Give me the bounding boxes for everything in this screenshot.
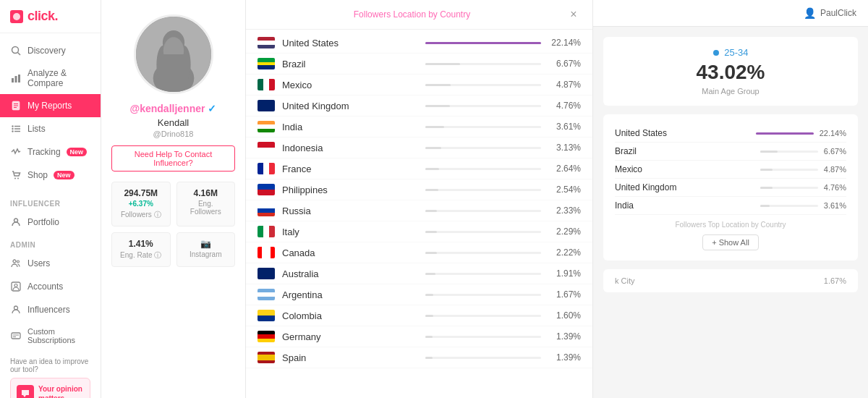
- shop-label: Shop: [27, 170, 48, 180]
- age-pct: 43.02%: [615, 61, 846, 84]
- sidebar-item-lists[interactable]: Lists: [0, 117, 101, 140]
- account-icon: [10, 281, 22, 292]
- country-pct: 2.22%: [548, 247, 581, 258]
- country-pct: 1.67%: [548, 289, 581, 300]
- verified-icon: ✓: [208, 103, 216, 114]
- country-row: Argentina 1.67%: [246, 284, 592, 305]
- country-row: Australia 1.91%: [246, 263, 592, 284]
- user-name: PaulClick: [820, 8, 856, 18]
- location-pct: 4.76%: [824, 183, 846, 192]
- country-pct: 1.91%: [548, 268, 581, 279]
- modal-close-button[interactable]: ×: [566, 7, 581, 22]
- country-bar: [425, 189, 438, 191]
- top-bar: 👤 PaulClick: [593, 0, 868, 27]
- svg-point-15: [12, 130, 13, 132]
- svg-point-16: [14, 178, 16, 179]
- sidebar-item-shop[interactable]: Shop New: [0, 164, 101, 187]
- sidebar-item-users[interactable]: Users: [0, 252, 101, 275]
- country-pct: 2.29%: [548, 226, 581, 237]
- shop-icon: [10, 169, 22, 181]
- show-all-button[interactable]: + Show All: [702, 234, 759, 250]
- country-flag: [258, 58, 275, 69]
- admin-section-label: ADMIN: [0, 234, 101, 252]
- country-bar-wrap: [425, 168, 541, 170]
- sidebar-item-analyze[interactable]: Analyze & Compare: [0, 62, 101, 94]
- sidebar-item-influencers[interactable]: Influencers: [0, 298, 101, 321]
- country-name: France: [282, 164, 418, 174]
- country-flag: [258, 142, 275, 153]
- location-bar-wrap: [760, 187, 818, 189]
- country-bar-wrap: [425, 84, 541, 86]
- country-bar-wrap: [425, 294, 541, 296]
- country-flag: [258, 310, 275, 321]
- country-name: Australia: [282, 268, 418, 279]
- location-bar: [760, 205, 770, 207]
- main-content: @kendalljenner ✓ Kendall @Drino818 Need …: [101, 0, 868, 398]
- country-pct: 4.76%: [548, 101, 581, 111]
- age-range-row: 25-34: [615, 47, 846, 58]
- modal-header: Followers Location by Country ×: [246, 0, 592, 30]
- country-bar-wrap: [425, 189, 541, 191]
- sidebar-item-tracking[interactable]: Tracking New: [0, 140, 101, 164]
- svg-point-23: [14, 306, 18, 310]
- country-row: France 2.64%: [246, 158, 592, 179]
- sidebar-item-accounts[interactable]: Accounts: [0, 275, 101, 298]
- lists-label: Lists: [27, 124, 46, 134]
- logo-icon: [10, 10, 23, 23]
- profile-name: Kendall: [158, 117, 189, 128]
- country-pct: 2.64%: [548, 164, 581, 174]
- country-row: Brazil 6.67%: [246, 54, 592, 75]
- country-flag: [258, 247, 275, 258]
- contact-button[interactable]: Need Help To Contact Influencer?: [111, 145, 235, 172]
- shop-badge: New: [54, 171, 75, 179]
- country-row: United Kingdom 4.76%: [246, 96, 592, 117]
- country-flag: [258, 184, 275, 195]
- opinion-box[interactable]: Your opinion matters: [10, 378, 90, 398]
- sidebar-item-discovery[interactable]: Discovery: [0, 39, 101, 62]
- profile-panel: @kendalljenner ✓ Kendall @Drino818 Need …: [101, 0, 246, 398]
- country-flag: [258, 100, 275, 111]
- subscriptions-icon: [10, 330, 22, 342]
- person-icon: [10, 216, 22, 228]
- followers-value: 294.75M +6.37%: [118, 188, 164, 208]
- location-row: Brazil 6.67%: [615, 143, 846, 161]
- country-name: Philippines: [282, 185, 418, 195]
- stat-followers: 294.75M +6.37% Followers ⓘ: [111, 182, 171, 226]
- eng-rate-value: 1.41%: [118, 239, 164, 249]
- location-footer-label: Followers Top Location by Country: [615, 221, 846, 229]
- country-pct: 4.87%: [548, 80, 581, 90]
- svg-rect-34: [160, 54, 187, 92]
- country-bar: [425, 315, 433, 317]
- sidebar-item-portfolio[interactable]: Portfolio: [0, 211, 101, 234]
- influencer-icon: [10, 304, 22, 316]
- country-name: United Kingdom: [282, 101, 418, 111]
- country-bar-wrap: [425, 231, 541, 233]
- country-bar-wrap: [425, 126, 541, 128]
- custom-sub-label: Custom Subscriptions: [27, 327, 90, 344]
- location-bar-wrap: [760, 205, 818, 207]
- location-name: United States: [615, 128, 750, 138]
- country-row: Spain 1.39%: [246, 347, 592, 368]
- user-info: 👤 PaulClick: [804, 7, 856, 19]
- profile-username: @kendalljenner ✓: [130, 103, 217, 114]
- country-row: Italy 2.29%: [246, 221, 592, 242]
- country-bar: [425, 210, 437, 212]
- svg-rect-3: [12, 78, 14, 82]
- location-bar-wrap: [760, 169, 818, 171]
- country-row: Colombia 1.60%: [246, 305, 592, 326]
- country-row: Philippines 2.54%: [246, 179, 592, 200]
- country-bar-wrap: [425, 252, 541, 254]
- sidebar-item-custom-subscriptions[interactable]: Custom Subscriptions: [0, 321, 101, 350]
- country-row: Canada 2.22%: [246, 242, 592, 263]
- country-bar: [425, 126, 444, 128]
- country-pct: 22.14%: [548, 38, 581, 48]
- influencer-section-label: INFLUENCER: [0, 192, 101, 211]
- stat-eng-followers: 4.16M Eng. Followers: [176, 182, 236, 226]
- stat-platform: 📷 Instagram: [176, 232, 236, 267]
- sidebar-item-my-reports[interactable]: My Reports: [0, 94, 101, 117]
- country-bar-wrap: [425, 42, 541, 44]
- sidebar-nav: Discovery Analyze & Compare My Reports L…: [0, 33, 101, 192]
- my-reports-label: My Reports: [27, 101, 72, 111]
- country-bar: [425, 294, 433, 296]
- location-row: United States 22.14%: [615, 124, 846, 143]
